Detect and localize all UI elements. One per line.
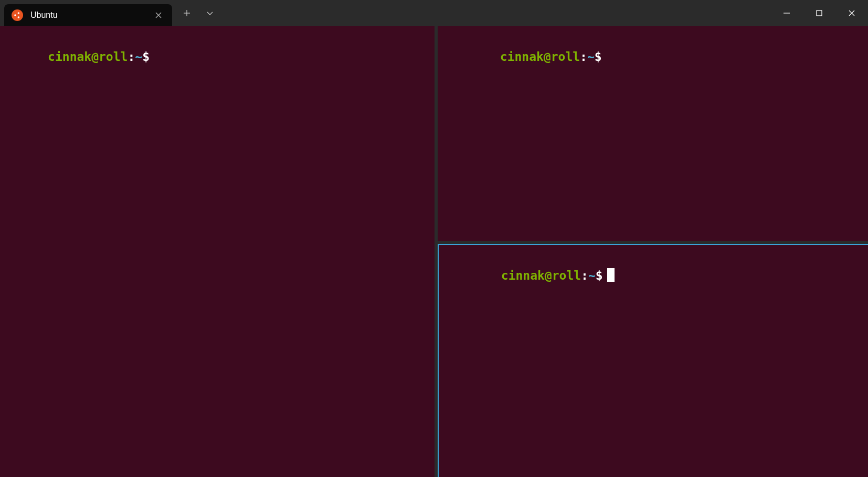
new-tab-button[interactable]	[176, 2, 197, 24]
prompt-user-host: cinnak@roll	[500, 50, 580, 63]
prompt-line: cinnak@roll:~$	[442, 31, 864, 82]
terminal-pane-bottom-right-active[interactable]: cinnak@roll:~$	[438, 244, 868, 477]
svg-point-2	[18, 16, 20, 18]
prompt-dollar: $	[595, 50, 602, 63]
tab-controls	[176, 0, 220, 26]
prompt-dollar: $	[596, 269, 603, 282]
terminal-pane-left[interactable]: cinnak@roll:~$	[0, 26, 435, 477]
svg-rect-8	[817, 10, 822, 16]
prompt-path: ~	[588, 269, 596, 282]
title-bar: Ubuntu	[0, 0, 868, 26]
maximize-button[interactable]	[803, 0, 835, 26]
prompt-line: cinnak@roll:~$	[443, 250, 864, 301]
prompt-path: ~	[135, 50, 142, 63]
svg-point-0	[14, 14, 16, 16]
prompt-path: ~	[587, 50, 595, 63]
svg-point-1	[18, 12, 20, 14]
tab-title: Ubuntu	[30, 10, 152, 20]
terminal-pane-top-right[interactable]: cinnak@roll:~$	[438, 26, 868, 241]
prompt-colon: :	[581, 269, 588, 282]
tab-dropdown-button[interactable]	[199, 2, 220, 24]
prompt-dollar: $	[142, 50, 150, 63]
ubuntu-icon	[12, 9, 23, 21]
prompt-colon: :	[128, 50, 135, 63]
prompt-line: cinnak@roll:~$	[4, 31, 430, 82]
window-controls	[770, 0, 868, 26]
tab-ubuntu[interactable]: Ubuntu	[4, 4, 172, 26]
tab-close-button[interactable]	[152, 9, 165, 22]
prompt-user-host: cinnak@roll	[48, 50, 128, 63]
title-bar-drag-area[interactable]	[220, 0, 770, 26]
minimize-button[interactable]	[770, 0, 803, 26]
cursor-icon	[607, 268, 615, 282]
terminal-area: cinnak@roll:~$ cinnak@roll:~$ cinnak@rol…	[0, 26, 868, 477]
prompt-user-host: cinnak@roll	[501, 269, 581, 282]
close-window-button[interactable]	[835, 0, 868, 26]
right-pane-container: cinnak@roll:~$ cinnak@roll:~$	[435, 26, 868, 477]
prompt-colon: :	[580, 50, 587, 63]
